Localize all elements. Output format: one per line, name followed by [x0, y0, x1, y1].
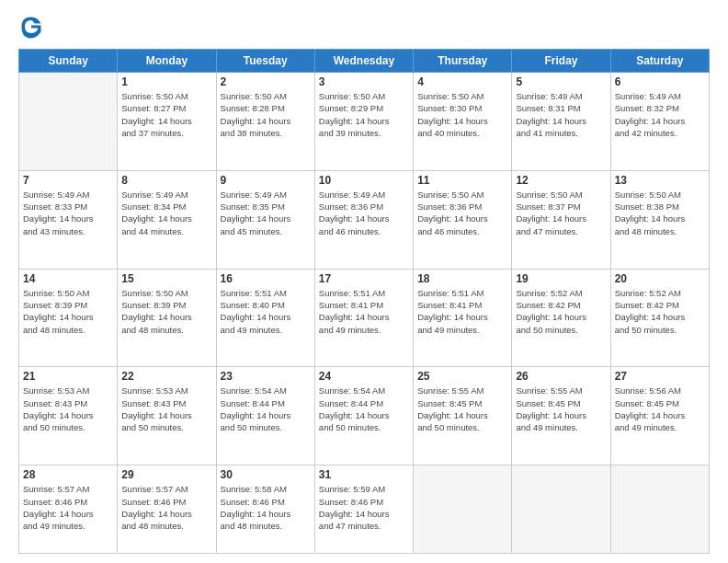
day-info: Sunrise: 5:51 AMSunset: 8:41 PMDaylight:…: [319, 287, 409, 336]
day-cell: 16Sunrise: 5:51 AMSunset: 8:40 PMDayligh…: [216, 269, 314, 367]
day-info: Sunrise: 5:49 AMSunset: 8:32 PMDaylight:…: [615, 90, 705, 139]
day-info: Sunrise: 5:51 AMSunset: 8:40 PMDaylight:…: [221, 287, 311, 336]
day-number: 6: [615, 75, 705, 88]
day-cell: 7Sunrise: 5:49 AMSunset: 8:33 PMDaylight…: [19, 170, 118, 269]
week-row-3: 14Sunrise: 5:50 AMSunset: 8:39 PMDayligh…: [19, 269, 710, 367]
day-number: 28: [23, 468, 113, 481]
day-info: Sunrise: 5:55 AMSunset: 8:45 PMDaylight:…: [516, 385, 606, 433]
page: SundayMondayTuesdayWednesdayThursdayFrid…: [0, 0, 728, 563]
day-cell: 4Sunrise: 5:50 AMSunset: 8:30 PMDaylight…: [414, 73, 512, 171]
day-cell: [512, 465, 610, 554]
day-number: 18: [417, 272, 507, 285]
day-cell: 21Sunrise: 5:53 AMSunset: 8:43 PMDayligh…: [19, 367, 118, 465]
day-number: 29: [121, 468, 211, 481]
day-cell: 1Sunrise: 5:50 AMSunset: 8:27 PMDaylight…: [118, 73, 216, 171]
day-cell: 6Sunrise: 5:49 AMSunset: 8:32 PMDaylight…: [610, 73, 709, 171]
day-info: Sunrise: 5:58 AMSunset: 8:46 PMDaylight:…: [221, 483, 311, 532]
day-number: 14: [23, 272, 113, 285]
day-cell: 28Sunrise: 5:57 AMSunset: 8:46 PMDayligh…: [19, 465, 118, 554]
day-info: Sunrise: 5:52 AMSunset: 8:42 PMDaylight:…: [615, 287, 705, 336]
day-info: Sunrise: 5:50 AMSunset: 8:37 PMDaylight:…: [516, 189, 606, 237]
day-number: 12: [516, 174, 606, 187]
day-info: Sunrise: 5:50 AMSunset: 8:29 PMDaylight:…: [319, 90, 409, 139]
week-row-2: 7Sunrise: 5:49 AMSunset: 8:33 PMDaylight…: [19, 170, 710, 269]
day-info: Sunrise: 5:50 AMSunset: 8:38 PMDaylight:…: [615, 189, 705, 237]
day-number: 11: [417, 174, 507, 187]
day-cell: 24Sunrise: 5:54 AMSunset: 8:44 PMDayligh…: [314, 367, 413, 465]
day-cell: 12Sunrise: 5:50 AMSunset: 8:37 PMDayligh…: [512, 170, 610, 269]
day-info: Sunrise: 5:49 AMSunset: 8:36 PMDaylight:…: [319, 189, 409, 237]
day-number: 16: [221, 272, 311, 285]
day-cell: 19Sunrise: 5:52 AMSunset: 8:42 PMDayligh…: [512, 269, 610, 367]
day-info: Sunrise: 5:52 AMSunset: 8:42 PMDaylight:…: [516, 287, 606, 336]
day-number: 5: [516, 75, 606, 88]
day-number: 27: [615, 370, 705, 383]
weekday-header-sunday: Sunday: [19, 50, 118, 73]
day-info: Sunrise: 5:53 AMSunset: 8:43 PMDaylight:…: [121, 385, 211, 433]
day-number: 26: [516, 370, 606, 383]
logo-icon: [18, 14, 44, 40]
day-cell: 11Sunrise: 5:50 AMSunset: 8:36 PMDayligh…: [414, 170, 512, 269]
day-number: 19: [516, 272, 606, 285]
day-number: 15: [121, 272, 211, 285]
day-cell: 29Sunrise: 5:57 AMSunset: 8:46 PMDayligh…: [118, 465, 216, 554]
day-number: 8: [121, 174, 211, 187]
weekday-header-friday: Friday: [512, 50, 610, 73]
day-info: Sunrise: 5:50 AMSunset: 8:39 PMDaylight:…: [121, 287, 211, 336]
day-cell: [19, 73, 118, 171]
day-info: Sunrise: 5:53 AMSunset: 8:43 PMDaylight:…: [23, 385, 113, 433]
calendar-table: SundayMondayTuesdayWednesdayThursdayFrid…: [18, 49, 710, 554]
weekday-header-row: SundayMondayTuesdayWednesdayThursdayFrid…: [19, 50, 710, 73]
day-number: 13: [615, 174, 705, 187]
day-number: 3: [319, 75, 409, 88]
week-row-4: 21Sunrise: 5:53 AMSunset: 8:43 PMDayligh…: [19, 367, 710, 465]
day-info: Sunrise: 5:59 AMSunset: 8:46 PMDaylight:…: [319, 483, 409, 532]
weekday-header-wednesday: Wednesday: [314, 50, 413, 73]
day-info: Sunrise: 5:57 AMSunset: 8:46 PMDaylight:…: [23, 483, 113, 532]
header: [18, 14, 710, 40]
week-row-1: 1Sunrise: 5:50 AMSunset: 8:27 PMDaylight…: [19, 73, 710, 171]
day-info: Sunrise: 5:55 AMSunset: 8:45 PMDaylight:…: [417, 385, 507, 433]
day-cell: 30Sunrise: 5:58 AMSunset: 8:46 PMDayligh…: [216, 465, 314, 554]
day-info: Sunrise: 5:49 AMSunset: 8:35 PMDaylight:…: [221, 189, 311, 237]
day-info: Sunrise: 5:49 AMSunset: 8:34 PMDaylight:…: [121, 189, 211, 237]
day-cell: 5Sunrise: 5:49 AMSunset: 8:31 PMDaylight…: [512, 73, 610, 171]
day-info: Sunrise: 5:56 AMSunset: 8:45 PMDaylight:…: [615, 385, 705, 433]
weekday-header-tuesday: Tuesday: [216, 50, 314, 73]
day-info: Sunrise: 5:49 AMSunset: 8:31 PMDaylight:…: [516, 90, 606, 139]
day-info: Sunrise: 5:50 AMSunset: 8:28 PMDaylight:…: [221, 90, 311, 139]
day-cell: 10Sunrise: 5:49 AMSunset: 8:36 PMDayligh…: [314, 170, 413, 269]
day-cell: 9Sunrise: 5:49 AMSunset: 8:35 PMDaylight…: [216, 170, 314, 269]
day-cell: 31Sunrise: 5:59 AMSunset: 8:46 PMDayligh…: [314, 465, 413, 554]
day-number: 31: [319, 468, 409, 481]
day-number: 25: [417, 370, 507, 383]
day-number: 30: [221, 468, 311, 481]
day-number: 23: [221, 370, 311, 383]
day-cell: [610, 465, 709, 554]
day-cell: 2Sunrise: 5:50 AMSunset: 8:28 PMDaylight…: [216, 73, 314, 171]
day-cell: 18Sunrise: 5:51 AMSunset: 8:41 PMDayligh…: [414, 269, 512, 367]
day-number: 22: [121, 370, 211, 383]
day-cell: 23Sunrise: 5:54 AMSunset: 8:44 PMDayligh…: [216, 367, 314, 465]
day-number: 4: [417, 75, 507, 88]
day-cell: 20Sunrise: 5:52 AMSunset: 8:42 PMDayligh…: [610, 269, 709, 367]
day-cell: 27Sunrise: 5:56 AMSunset: 8:45 PMDayligh…: [610, 367, 709, 465]
day-number: 24: [319, 370, 409, 383]
day-cell: 15Sunrise: 5:50 AMSunset: 8:39 PMDayligh…: [118, 269, 216, 367]
day-number: 10: [319, 174, 409, 187]
day-info: Sunrise: 5:54 AMSunset: 8:44 PMDaylight:…: [319, 385, 409, 433]
day-cell: [414, 465, 512, 554]
day-cell: 26Sunrise: 5:55 AMSunset: 8:45 PMDayligh…: [512, 367, 610, 465]
weekday-header-thursday: Thursday: [414, 50, 512, 73]
day-info: Sunrise: 5:50 AMSunset: 8:36 PMDaylight:…: [417, 189, 507, 237]
day-info: Sunrise: 5:50 AMSunset: 8:39 PMDaylight:…: [23, 287, 113, 336]
day-number: 20: [615, 272, 705, 285]
day-info: Sunrise: 5:57 AMSunset: 8:46 PMDaylight:…: [121, 483, 211, 532]
day-number: 7: [23, 174, 113, 187]
day-info: Sunrise: 5:51 AMSunset: 8:41 PMDaylight:…: [417, 287, 507, 336]
day-info: Sunrise: 5:50 AMSunset: 8:27 PMDaylight:…: [121, 90, 211, 139]
day-info: Sunrise: 5:54 AMSunset: 8:44 PMDaylight:…: [221, 385, 311, 433]
day-cell: 8Sunrise: 5:49 AMSunset: 8:34 PMDaylight…: [118, 170, 216, 269]
day-info: Sunrise: 5:49 AMSunset: 8:33 PMDaylight:…: [23, 189, 113, 237]
week-row-5: 28Sunrise: 5:57 AMSunset: 8:46 PMDayligh…: [19, 465, 710, 554]
